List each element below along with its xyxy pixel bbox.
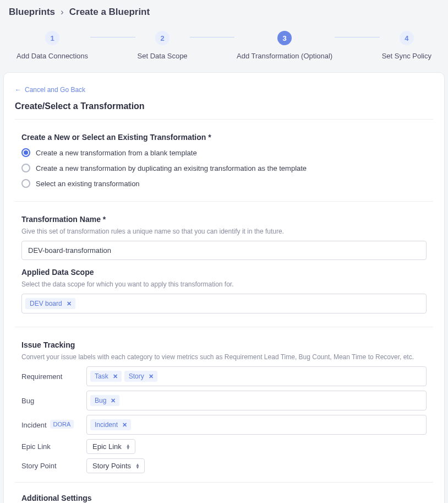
radio-icon [21,164,30,172]
story-point-row: Story Point Story Points ▲▼ [21,458,427,473]
applied-scope-input[interactable]: DEV board ✕ [21,294,427,313]
radio-duplicate[interactable]: Create a new transformation by duplicati… [21,164,427,172]
applied-scope-label: Applied Data Scope [21,268,427,277]
step-number: 1 [45,31,59,45]
tag-label: Incident [95,421,118,429]
close-icon[interactable]: ✕ [111,373,119,380]
sort-icon: ▲▼ [126,444,130,450]
tag-label: Task [95,372,108,380]
tag-task: Task ✕ [90,371,122,382]
dora-badge: DORA [50,420,74,429]
step-2[interactable]: 2 Set Data Scope [138,31,188,60]
transformation-mode-radios: Create a new transformation from a blank… [21,148,427,188]
applied-scope-help: Select the data scope for which you want… [21,280,427,288]
transformation-name-input[interactable] [21,241,427,260]
bug-row: Bug Bug ✕ [21,391,427,410]
requirement-input[interactable]: Task ✕ Story ✕ [86,366,427,386]
radio-label: Create a new transformation from a blank… [36,149,197,157]
close-icon[interactable]: ✕ [147,373,155,380]
step-4[interactable]: 4 Set Sync Policy [382,31,431,60]
close-icon[interactable]: ✕ [121,421,129,429]
incident-row: Incident DORA Incident ✕ [21,415,427,435]
select-value: Story Points [92,462,131,470]
step-1[interactable]: 1 Add Data Connections [17,31,88,60]
step-label: Add Transformation (Optional) [237,52,332,60]
breadcrumb-root[interactable]: Blueprints [9,7,55,18]
step-number: 3 [277,31,292,45]
breadcrumb: Blueprints › Create a Blueprint [0,0,448,24]
incident-label: Incident DORA [21,420,81,429]
requirement-label: Requirement [21,372,81,381]
radio-existing[interactable]: Select an existing transformation [21,179,427,188]
epic-link-select[interactable]: Epic Link ▲▼ [86,439,135,454]
radio-icon [21,148,30,157]
radio-icon [21,179,30,188]
tag-label: Bug [95,397,106,404]
select-value: Epic Link [92,442,122,451]
transformation-name-help: Give this set of transformation rules a … [21,228,427,235]
epic-link-row: Epic Link Epic Link ▲▼ [21,439,427,454]
radio-label: Select an existing transformation [36,180,140,188]
close-icon[interactable]: ✕ [65,300,73,307]
step-label: Set Sync Policy [382,52,431,60]
story-point-label: Story Point [21,462,81,470]
chevron-right-icon: › [61,7,64,18]
scope-tag: DEV board ✕ [25,298,75,309]
tag-story: Story ✕ [124,371,157,382]
issue-tracking-label: Issue Tracking [21,340,427,349]
radio-blank-template[interactable]: Create a new transformation from a blank… [21,148,427,157]
story-point-select[interactable]: Story Points ▲▼ [86,458,145,473]
step-number: 2 [155,31,170,45]
step-number: 4 [400,31,414,45]
bug-label: Bug [21,397,81,405]
tag-label: Story [129,372,144,380]
form-card: ← Cancel and Go Back Create/Select a Tra… [3,72,445,503]
tag-incident: Incident ✕ [90,419,131,430]
step-3[interactable]: 3 Add Transformation (Optional) [237,31,332,60]
requirement-row: Requirement Task ✕ Story ✕ [21,366,427,386]
incident-input[interactable]: Incident ✕ [86,415,427,435]
step-label: Add Data Connections [17,52,88,60]
stepper: 1 Add Data Connections 2 Set Data Scope … [0,24,448,72]
back-link-label: Cancel and Go Back [25,86,85,94]
close-icon[interactable]: ✕ [109,397,117,404]
step-label: Set Data Scope [138,52,188,60]
page-title: Create/Select a Transformation [15,101,433,120]
back-link[interactable]: ← Cancel and Go Back [15,86,433,94]
sort-icon: ▲▼ [135,463,140,469]
create-select-label: Create a New or Select an Existing Trans… [21,133,427,142]
epic-link-label: Epic Link [21,442,81,451]
radio-label: Create a new transformation by duplicati… [36,164,307,172]
step-connector [190,37,234,38]
transformation-name-label: Transformation Name * [21,215,427,224]
breadcrumb-current: Create a Blueprint [69,7,150,18]
step-connector [335,37,379,38]
arrow-left-icon: ← [15,86,21,94]
issue-tracking-help: Convert your issue labels with each cate… [21,353,427,361]
tag-bug: Bug ✕ [90,395,119,406]
additional-settings-label: Additional Settings [21,494,427,502]
tag-label: DEV board [30,300,62,307]
step-connector [90,37,135,38]
bug-input[interactable]: Bug ✕ [86,391,427,410]
